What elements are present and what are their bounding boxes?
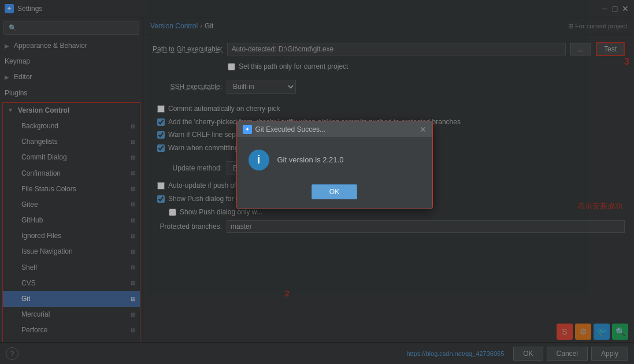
modal-message: Git version is 2.21.0 bbox=[277, 155, 344, 164]
modal-titlebar: ✦ Git Executed Succes... ✕ bbox=[237, 121, 432, 138]
modal-overlay: ✦ Git Executed Succes... ✕ i Git version… bbox=[0, 0, 634, 364]
modal-close-button[interactable]: ✕ bbox=[420, 125, 427, 133]
modal-title-text: Git Executed Succes... bbox=[255, 125, 325, 133]
modal-title-icon: ✦ bbox=[243, 125, 252, 134]
modal-info-icon: i bbox=[249, 150, 269, 170]
modal-title-left: ✦ Git Executed Succes... bbox=[243, 125, 325, 134]
modal-ok-button[interactable]: OK bbox=[312, 184, 357, 199]
modal-body: i Git version is 2.21.0 bbox=[237, 138, 432, 180]
modal-footer: OK bbox=[237, 180, 432, 209]
modal-dialog: ✦ Git Executed Succes... ✕ i Git version… bbox=[236, 121, 433, 209]
